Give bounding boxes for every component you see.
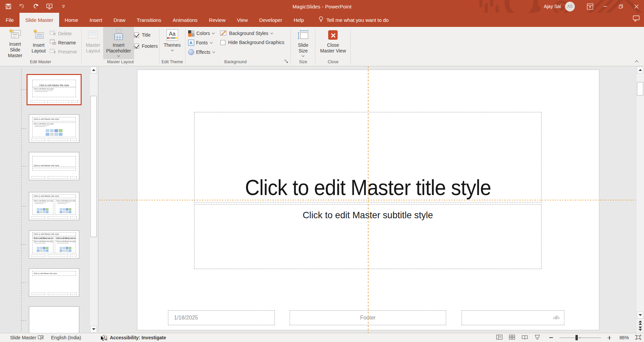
tell-me-box[interactable]: Tell me what you want to do xyxy=(318,13,389,27)
slide-size-button[interactable]: Slide Size xyxy=(292,27,314,59)
restore-button[interactable] xyxy=(613,0,629,13)
content-icons xyxy=(37,208,49,213)
vertical-guide[interactable] xyxy=(368,66,369,333)
group-separator xyxy=(159,29,160,64)
redo-icon[interactable] xyxy=(32,2,40,10)
zoom-level[interactable]: 86% xyxy=(617,335,629,340)
thumbnail-layout-3[interactable]: Click to edit Master title style Click t… xyxy=(29,192,79,220)
slide-number-placeholder-text: ‹#› xyxy=(553,315,560,321)
zoom-slider[interactable] xyxy=(559,338,601,338)
zoom-slider-center-tick xyxy=(580,337,580,339)
user-name[interactable]: Ajay Sai xyxy=(544,4,561,9)
tab-help[interactable]: Help xyxy=(288,13,310,27)
canvas-scrollbar[interactable] xyxy=(636,66,644,333)
tab-file[interactable]: File xyxy=(0,13,19,27)
tab-slide-master[interactable]: Slide Master xyxy=(19,13,59,27)
fonts-menu[interactable]: A Fonts xyxy=(187,38,217,47)
slide-sorter-view-icon[interactable] xyxy=(509,335,515,341)
thumbnail-layout-1[interactable]: Click to edit Master title style Click t… xyxy=(29,114,79,143)
horizontal-guide[interactable] xyxy=(99,200,644,200)
thumb-footer-placeholders xyxy=(32,293,76,295)
undo-icon[interactable] xyxy=(18,2,26,10)
content-icons xyxy=(59,247,71,252)
tab-draw[interactable]: Draw xyxy=(108,13,131,27)
tab-developer[interactable]: Developer xyxy=(254,13,288,27)
ribbon-tab-row: File Slide Master Home Insert Draw Trans… xyxy=(0,13,644,27)
close-button[interactable] xyxy=(629,0,644,13)
language-status[interactable]: English (India) xyxy=(51,333,81,342)
hide-background-graphics-checkbox[interactable]: Hide Background Graphics xyxy=(220,40,284,45)
slideshow-view-icon[interactable] xyxy=(534,335,540,341)
zoom-out-button[interactable] xyxy=(549,337,553,338)
rename-icon xyxy=(49,39,56,46)
thumbnail-layout-5[interactable]: Click to edit Master title style xyxy=(29,268,79,297)
normal-view-icon[interactable] xyxy=(496,335,503,341)
fonts-label: Fonts xyxy=(196,40,208,45)
save-icon[interactable] xyxy=(5,2,12,10)
preserve-icon xyxy=(49,48,56,55)
preserve-label: Preserve xyxy=(58,49,77,54)
view-status[interactable]: Slide Master xyxy=(10,333,36,342)
group-master-layout: Master Layout Insert Placeholder xyxy=(82,27,159,66)
insert-layout-button[interactable]: Insert Layout xyxy=(29,27,48,59)
thumbnail-slide-master[interactable]: Click to edit Master title style Click t… xyxy=(27,74,82,105)
title-checkbox[interactable]: Title xyxy=(134,32,158,38)
dialog-launcher-icon[interactable] xyxy=(285,59,289,65)
collapse-ribbon-icon[interactable] xyxy=(635,60,639,63)
insert-slide-master-icon xyxy=(9,28,22,41)
effects-menu[interactable]: Effects xyxy=(187,48,217,56)
start-presentation-icon[interactable] xyxy=(46,2,53,10)
slide-number-placeholder[interactable]: ‹#› xyxy=(462,310,564,325)
scrollbar-thumb[interactable] xyxy=(90,96,97,237)
checkbox-unchecked-icon xyxy=(220,40,225,45)
tab-review[interactable]: Review xyxy=(203,13,231,27)
scrollbar-thumb[interactable] xyxy=(637,82,643,96)
comments-icon[interactable] xyxy=(633,15,640,23)
scroll-up-button[interactable] xyxy=(637,67,643,73)
effects-icon xyxy=(188,49,194,55)
colors-icon xyxy=(188,30,195,37)
insert-placeholder-icon xyxy=(113,28,125,42)
thumbnail-panel-scrollbar[interactable] xyxy=(89,66,97,333)
group-label-close: Close xyxy=(317,60,349,66)
insert-layout-label: Insert Layout xyxy=(32,42,46,54)
background-styles-menu[interactable]: Background Styles xyxy=(219,30,284,37)
thumbnail-layout-4[interactable]: Click to edit Master title style Click t… xyxy=(29,230,79,259)
spell-check-icon[interactable] xyxy=(38,333,44,342)
hierarchy-stub xyxy=(21,244,27,245)
previous-slide-button[interactable] xyxy=(637,320,643,326)
thumbnail-layout-2[interactable]: Click to edit Master title style xyxy=(29,152,79,180)
date-placeholder[interactable]: 1/18/2025 xyxy=(168,310,275,325)
zoom-in-button[interactable] xyxy=(607,336,611,340)
accessibility-status[interactable]: Accessibility: Investigate xyxy=(110,333,166,342)
tell-me-label: Tell me what you want to do xyxy=(327,17,389,23)
customize-qat-icon[interactable] xyxy=(60,2,67,10)
ribbon-display-options-icon[interactable] xyxy=(582,0,598,13)
tab-home[interactable]: Home xyxy=(59,13,84,27)
tab-insert[interactable]: Insert xyxy=(84,13,108,27)
avatar[interactable]: AS xyxy=(565,2,575,11)
reading-view-icon[interactable] xyxy=(521,335,528,341)
minimize-button[interactable] xyxy=(598,0,613,13)
group-edit-master: Insert Slide Master Insert Layout xyxy=(0,27,81,66)
tab-view[interactable]: View xyxy=(231,13,253,27)
group-separator xyxy=(350,29,351,64)
fit-slide-to-window-icon[interactable] xyxy=(635,335,641,341)
themes-button[interactable]: Aa Themes xyxy=(161,27,184,59)
rename-button[interactable]: Rename xyxy=(48,38,80,47)
insert-slide-master-button[interactable]: Insert Slide Master xyxy=(1,27,29,59)
close-master-view-button[interactable]: Close Master View xyxy=(317,27,349,59)
tab-animations[interactable]: Animations xyxy=(167,13,203,27)
scroll-down-button[interactable] xyxy=(90,326,97,333)
scroll-up-button[interactable] xyxy=(90,67,97,73)
next-slide-button[interactable] xyxy=(637,326,643,332)
thumbnail-layout-6[interactable] xyxy=(29,306,79,335)
insert-placeholder-button[interactable]: Insert Placeholder xyxy=(103,27,134,59)
zoom-slider-thumb[interactable] xyxy=(575,335,578,340)
footers-checkbox[interactable]: Footers xyxy=(134,43,158,49)
tab-transitions[interactable]: Transitions xyxy=(131,13,167,27)
colors-menu[interactable]: Colors xyxy=(187,29,217,38)
group-background: Colors A Fonts Effects xyxy=(186,27,291,66)
colors-label: Colors xyxy=(197,31,210,36)
scroll-down-button[interactable] xyxy=(637,312,643,318)
